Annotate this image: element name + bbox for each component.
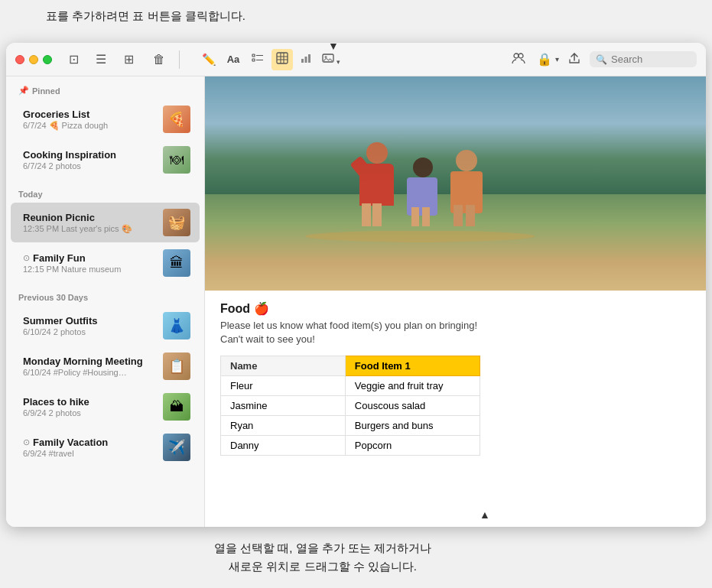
sidebar-item-summer[interactable]: Summer Outfits 6/10/24 2 photos 👗 (11, 306, 200, 346)
annotation-top: 표를 추가하려면 표 버튼을 클릭합니다. (46, 8, 245, 25)
shared-icon: ⊙ (23, 437, 30, 447)
sidebar-item-family-fun[interactable]: ⊙ Family Fun 12:15 PM Nature museum 🏛 (11, 243, 200, 283)
table-cell-food: Popcorn (345, 436, 480, 456)
sidebar-item-cooking[interactable]: Cooking Inspiration 6/7/24 2 photos 🍽 (11, 140, 200, 180)
note-title: Reunion Picnic (23, 212, 157, 223)
close-button[interactable] (15, 55, 24, 64)
note-meta: 6/10/24 #Policy #Housing… (23, 368, 157, 377)
font-button[interactable]: Aa (223, 49, 244, 70)
table-cell-name: Danny (221, 436, 346, 456)
note-info: ⊙ Family Vacation 6/9/24 #travel (23, 437, 157, 458)
lock-chevron[interactable]: ▾ (555, 55, 559, 63)
table-cell-food: Veggie and fruit tray (345, 376, 480, 396)
chart-icon (301, 52, 313, 67)
note-meta: 6/9/24 2 photos (23, 408, 157, 417)
collab-icon (512, 52, 525, 67)
note-title: Summer Outfits (23, 315, 157, 326)
search-input[interactable] (611, 54, 691, 65)
gallery-view-button[interactable]: ⊞ (118, 49, 139, 70)
table-cell-food: Burgers and buns (345, 416, 480, 436)
sidebar-section-today: Today (6, 180, 204, 202)
gallery-view-icon: ⊞ (124, 52, 134, 67)
note-info: Groceries List 6/7/24 🍕 Pizza dough (23, 109, 157, 131)
note-thumbnail: 🍽 (163, 146, 190, 174)
note-meta: 6/7/24 🍕 Pizza dough (23, 121, 157, 131)
table-button[interactable] (271, 49, 293, 70)
lock-group: 🔒 ▾ (534, 49, 559, 70)
note-table: Name Food Item 1 Fleur Veggie and fruit … (220, 356, 480, 456)
sidebar-item-reunion[interactable]: Reunion Picnic 12:35 PM Last year's pics… (11, 203, 200, 242)
note-info: Summer Outfits 6/10/24 2 photos (23, 315, 157, 336)
table-cell-name: Fleur (221, 376, 346, 396)
photo-scene (205, 76, 706, 291)
note-meta: 12:15 PM Nature museum (23, 265, 157, 274)
sidebar-item-monday[interactable]: Monday Morning Meeting 6/10/24 #Policy #… (11, 346, 200, 386)
table-cell-name: Ryan (221, 416, 346, 436)
svg-rect-9 (301, 59, 304, 63)
font-icon: Aa (227, 54, 240, 65)
share-icon (568, 52, 580, 67)
checklist-button[interactable] (247, 49, 268, 70)
svg-rect-1 (252, 59, 255, 61)
share-button[interactable] (564, 49, 585, 70)
lock-button[interactable]: 🔒 (534, 49, 555, 70)
main-content: 📌 Pinned Groceries List 6/7/24 🍕 Pizza d… (6, 76, 706, 527)
note-title: Places to hike (23, 396, 157, 408)
sidebar-toggle-button[interactable]: ⊡ (63, 49, 84, 70)
photo-overlay (205, 76, 706, 291)
checklist-icon (252, 52, 264, 67)
sidebar-item-groceries[interactable]: Groceries List 6/7/24 🍕 Pizza dough 🍕 (11, 99, 200, 139)
sidebar-section-previous: Previous 30 Days (6, 284, 204, 305)
table-row: Danny Popcorn (221, 436, 480, 456)
sidebar: 📌 Pinned Groceries List 6/7/24 🍕 Pizza d… (6, 76, 205, 527)
note-body: Food 🍎 Please let us know what food item… (205, 291, 706, 463)
note-photo (205, 76, 706, 291)
table-row: Ryan Burgers and buns (221, 416, 480, 436)
toolbar-divider (179, 50, 180, 69)
note-title: Groceries List (23, 109, 157, 120)
sidebar-section-pinned: 📌 Pinned (6, 76, 204, 99)
sidebar-item-hike[interactable]: Places to hike 6/9/24 2 photos 🏔 (11, 387, 200, 427)
search-box[interactable]: 🔍 (590, 51, 697, 67)
lock-icon: 🔒 (537, 52, 552, 67)
media-icon: ▾ (322, 52, 340, 67)
note-thumbnail: 📋 (163, 352, 190, 380)
list-view-button[interactable]: ☰ (90, 49, 112, 70)
note-thumbnail: 🧺 (163, 209, 190, 236)
svg-point-15 (519, 54, 523, 58)
note-meta: 6/7/24 2 photos (23, 161, 157, 171)
minimize-button[interactable] (29, 55, 38, 64)
note-info: ⊙ Family Fun 12:15 PM Nature museum (23, 252, 157, 274)
edit-button[interactable]: ✏️ (198, 49, 219, 70)
maximize-button[interactable] (43, 55, 52, 64)
table-row: Fleur Veggie and fruit tray (221, 376, 480, 396)
note-subtitle: Please let us know what food item(s) you… (220, 319, 691, 346)
note-meta: 12:35 PM Last year's pics 🎨 (23, 224, 157, 234)
chart-button[interactable] (296, 49, 317, 70)
traffic-lights (15, 55, 52, 64)
svg-rect-0 (252, 54, 255, 57)
shared-icon: ⊙ (23, 253, 30, 263)
note-meta: 6/9/24 #travel (23, 449, 157, 458)
table-header-food[interactable]: Food Item 1 (345, 356, 480, 376)
note-info: Places to hike 6/9/24 2 photos (23, 396, 157, 417)
note-thumbnail: 👗 (163, 312, 190, 339)
note-thumbnail: ✈️ (163, 434, 190, 461)
editor-toolbar: ✏️ Aa (189, 49, 502, 70)
svg-point-13 (325, 56, 327, 58)
trash-button[interactable]: 🗑 (148, 49, 170, 70)
note-title: Family Fun (33, 252, 86, 264)
note-info: Cooking Inspiration 6/7/24 2 photos (23, 149, 157, 171)
note-meta: 6/10/24 2 photos (23, 327, 157, 336)
edit-icon: ✏️ (202, 53, 216, 67)
note-main-title: Food 🍎 (220, 301, 691, 316)
sidebar-item-vacation[interactable]: ⊙ Family Vacation 6/9/24 #travel ✈️ (11, 427, 200, 467)
table-row: Jasmine Couscous salad (221, 396, 480, 416)
table-header-name: Name (221, 356, 346, 376)
note-info: Reunion Picnic 12:35 PM Last year's pics… (23, 212, 157, 234)
svg-rect-11 (308, 54, 310, 63)
note-info: Monday Morning Meeting 6/10/24 #Policy #… (23, 356, 157, 377)
annotation-arrow-bottom: ▲ (480, 508, 490, 521)
note-table-wrapper: Name Food Item 1 Fleur Veggie and fruit … (220, 356, 691, 456)
collab-button[interactable] (508, 49, 529, 70)
